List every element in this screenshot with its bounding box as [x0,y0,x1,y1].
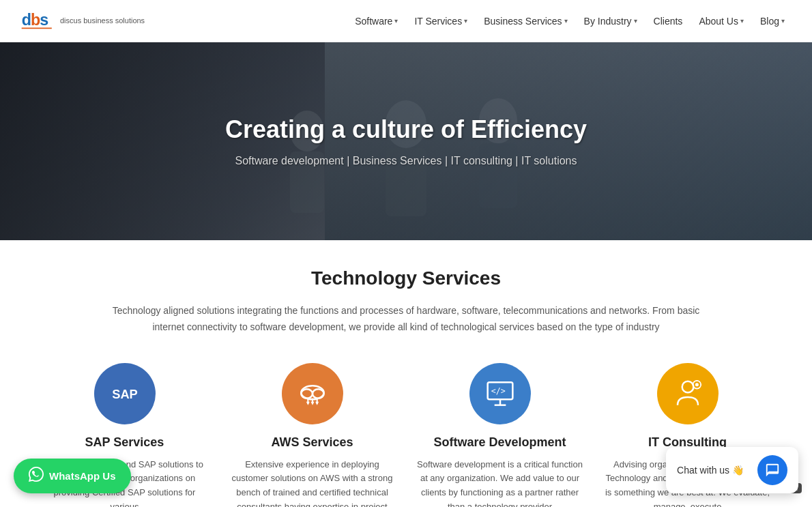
nav-it-services[interactable]: IT Services ▾ [407,12,474,31]
aws-service-desc: Extensive experience in deploying custom… [229,458,396,507]
whatsapp-icon [29,467,44,485]
nav-by-industry[interactable]: By Industry ▾ [577,12,644,31]
header: d b s discus business solutions Software… [0,0,812,42]
nav-about-us[interactable]: About Us ▾ [692,12,751,31]
svg-text:s: s [40,11,48,29]
chevron-down-icon: ▾ [564,17,568,25]
hero-section: Creating a culture of Efficiency Softwar… [0,42,812,240]
svg-text:b: b [31,11,40,29]
whatsapp-label: WhatsApp Us [49,470,116,482]
chevron-down-icon: ▾ [781,17,785,25]
chat-label: Chat with us 👋 [677,465,744,476]
svg-point-13 [313,389,324,398]
sw-service-name: Software Development [433,435,566,450]
logo[interactable]: d b s discus business solutions [20,8,145,35]
svg-text:</>: </> [491,386,505,396]
nav-software[interactable]: Software ▾ [348,12,405,31]
it-consulting-icon [671,377,705,411]
aws-icon-circle[interactable] [282,363,343,424]
services-section-title: Technology Services [41,267,771,289]
svg-marker-18 [310,401,314,405]
chevron-down-icon: ▾ [634,17,637,25]
sw-icon-circle[interactable]: </> [469,363,531,424]
whatsapp-button[interactable]: WhatsApp Us [14,459,131,493]
logo-text: discus business solutions [60,16,145,25]
software-icon: </> [483,377,517,411]
sap-icon: SAP [108,377,142,411]
svg-point-12 [301,389,313,398]
nav-clients[interactable]: Clients [647,12,690,31]
svg-marker-19 [315,401,319,405]
sap-icon-circle[interactable]: SAP [94,363,156,424]
chevron-down-icon: ▾ [740,17,744,25]
svg-point-26 [695,383,698,386]
chat-bubble: Chat with us 👋 [666,447,798,493]
aws-service-name: AWS Services [271,435,353,450]
main-nav: Software ▾ IT Services ▾ Business Servic… [348,12,792,31]
sap-service-name: SAP Services [85,435,164,450]
nav-business-services[interactable]: Business Services ▾ [477,12,574,31]
svg-text:d: d [22,11,31,29]
services-grid: SAP SAP Services We provide end-to-end S… [41,363,771,507]
service-card-software: </> Software Development Software develo… [416,363,583,507]
nav-blog[interactable]: Blog ▾ [753,12,792,31]
sw-service-desc: Software development is a critical funct… [416,458,583,507]
it-icon-circle[interactable] [657,363,719,424]
svg-text:SAP: SAP [112,387,138,401]
svg-marker-17 [306,401,309,405]
chevron-down-icon: ▾ [464,17,467,25]
logo-icon: d b s [20,8,55,35]
hero-title: Creating a culture of Efficiency [225,115,587,144]
hero-content: Creating a culture of Efficiency Softwar… [212,102,600,181]
chevron-down-icon: ▾ [394,17,398,25]
hero-subtitle: Software development | Business Services… [225,155,587,167]
service-card-aws: AWS Services Extensive experience in dep… [229,363,396,507]
chat-open-button[interactable] [757,455,787,485]
aws-icon [295,377,330,411]
services-section-desc: Technology aligned solutions integrating… [99,303,713,336]
svg-point-24 [682,381,693,392]
